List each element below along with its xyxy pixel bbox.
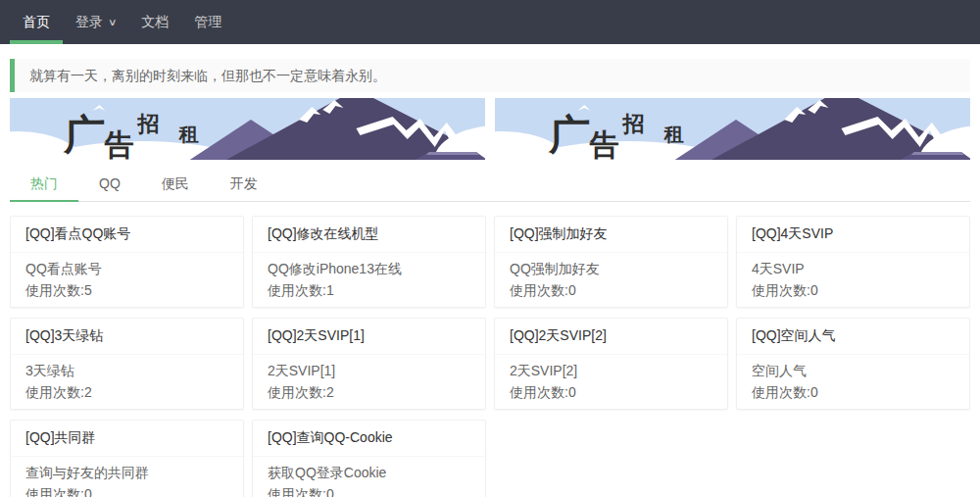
app-card[interactable]: [QQ]空间人气空间人气使用次数:0 — [736, 318, 970, 410]
card-description: QQ强制加好友 — [510, 258, 712, 279]
card-body: 4天SVIP使用次数:0 — [737, 253, 969, 307]
card-description: 3天绿钻 — [25, 360, 228, 381]
banner-char-guang: 广 — [548, 113, 590, 158]
notice-banner: 就算有一天，离别的时刻来临，但那也不一定意味着永别。 — [10, 59, 970, 92]
nav-item-3[interactable]: 管理 — [181, 0, 234, 44]
card-description: 获取QQ登录Cookie — [268, 462, 470, 483]
app-card[interactable]: [QQ]2天SVIP[2]2天SVIP[2]使用次数:0 — [494, 318, 728, 410]
app-card[interactable]: [QQ]修改在线机型QQ修改iPhone13在线使用次数:1 — [252, 216, 486, 308]
card-usage-count: 使用次数:1 — [268, 279, 470, 301]
card-body: QQ强制加好友使用次数:0 — [495, 253, 727, 307]
app-card[interactable]: [QQ]强制加好友QQ强制加好友使用次数:0 — [494, 216, 728, 308]
card-title: [QQ]2天SVIP[1] — [253, 319, 485, 355]
banner-char-zu: 租 — [663, 124, 684, 145]
card-body: 空间人气使用次数:0 — [737, 355, 969, 409]
nav-item-0[interactable]: 首页 — [10, 0, 63, 44]
card-description: QQ修改iPhone13在线 — [268, 258, 470, 279]
card-description: 2天SVIP[2] — [510, 360, 712, 381]
card-title: [QQ]3天绿钻 — [11, 319, 243, 355]
app-card[interactable]: [QQ]4天SVIP4天SVIP使用次数:0 — [736, 216, 970, 308]
card-body: 查询与好友的共同群使用次数:0 — [11, 457, 243, 497]
card-usage-count: 使用次数:2 — [25, 381, 228, 403]
app-card[interactable]: [QQ]查询QQ-Cookie获取QQ登录Cookie使用次数:0 — [252, 420, 486, 497]
card-body: QQ看点账号使用次数:5 — [11, 253, 243, 307]
nav-item-label: 管理 — [194, 14, 221, 31]
mountain-ad-illustration: 广 告 招 租 — [495, 98, 970, 160]
card-title: [QQ]修改在线机型 — [253, 217, 485, 253]
card-description: 空间人气 — [752, 360, 955, 381]
card-title: [QQ]2天SVIP[2] — [495, 319, 727, 355]
nav-item-label: 首页 — [23, 14, 50, 31]
nav-item-1[interactable]: 登录∨ — [63, 0, 128, 44]
banner-char-gao: 告 — [589, 128, 618, 160]
card-usage-count: 使用次数:0 — [510, 279, 712, 301]
card-title: [QQ]查询QQ-Cookie — [253, 421, 485, 457]
card-usage-count: 使用次数:0 — [752, 381, 955, 403]
app-card[interactable]: [QQ]2天SVIP[1]2天SVIP[1]使用次数:2 — [252, 318, 486, 410]
banner-char-zu: 租 — [178, 124, 199, 145]
card-usage-count: 使用次数:0 — [752, 279, 955, 301]
chevron-down-icon: ∨ — [108, 18, 118, 27]
ad-banner[interactable]: 广 告 招 租 — [495, 98, 970, 160]
card-title: [QQ]共同群 — [11, 421, 243, 457]
card-title: [QQ]看点QQ账号 — [11, 217, 243, 253]
card-usage-count: 使用次数:0 — [25, 483, 228, 497]
tab-2[interactable]: 便民 — [141, 166, 210, 201]
card-description: 2天SVIP[1] — [268, 360, 470, 381]
card-usage-count: 使用次数:5 — [25, 279, 228, 301]
category-tabs: 热门QQ便民开发 — [10, 166, 970, 202]
card-title: [QQ]4天SVIP — [737, 217, 969, 253]
tab-3[interactable]: 开发 — [210, 166, 278, 201]
nav-item-label: 文档 — [141, 14, 169, 31]
tab-1[interactable]: QQ — [78, 166, 141, 201]
banner-char-zhao: 招 — [137, 112, 160, 136]
card-description: 查询与好友的共同群 — [25, 462, 228, 483]
app-card[interactable]: [QQ]3天绿钻3天绿钻使用次数:2 — [10, 318, 244, 410]
card-body: 2天SVIP[2]使用次数:0 — [495, 355, 727, 409]
nav-item-label: 登录 — [75, 14, 103, 31]
app-card[interactable]: [QQ]看点QQ账号QQ看点账号使用次数:5 — [10, 216, 244, 308]
ad-banner[interactable]: 广 告 招 租 — [10, 98, 485, 160]
card-description: QQ看点账号 — [25, 258, 228, 279]
tab-0[interactable]: 热门 — [10, 166, 78, 201]
ad-banner-row: 广 告 招 租 广 告 招 租 — [10, 98, 970, 160]
top-navbar: 首页登录∨文档管理 — [0, 0, 980, 44]
card-usage-count: 使用次数:0 — [510, 381, 712, 403]
card-usage-count: 使用次数:2 — [268, 381, 470, 403]
banner-char-zhao: 招 — [622, 112, 645, 136]
mountain-ad-illustration: 广 告 招 租 — [10, 98, 485, 160]
card-title: [QQ]强制加好友 — [495, 217, 727, 253]
card-body: 2天SVIP[1]使用次数:2 — [253, 355, 485, 409]
app-card-grid: [QQ]看点QQ账号QQ看点账号使用次数:5[QQ]修改在线机型QQ修改iPho… — [10, 216, 970, 497]
card-usage-count: 使用次数:0 — [268, 483, 470, 497]
banner-char-guang: 广 — [63, 113, 105, 158]
nav-item-2[interactable]: 文档 — [128, 0, 181, 44]
card-body: 3天绿钻使用次数:2 — [11, 355, 243, 409]
card-body: 获取QQ登录Cookie使用次数:0 — [253, 457, 485, 497]
notice-text: 就算有一天，离别的时刻来临，但那也不一定意味着永别。 — [29, 68, 386, 83]
banner-char-gao: 告 — [104, 128, 133, 160]
app-card[interactable]: [QQ]共同群查询与好友的共同群使用次数:0 — [10, 420, 244, 497]
card-title: [QQ]空间人气 — [737, 319, 969, 355]
card-description: 4天SVIP — [752, 258, 955, 279]
card-body: QQ修改iPhone13在线使用次数:1 — [253, 253, 485, 307]
